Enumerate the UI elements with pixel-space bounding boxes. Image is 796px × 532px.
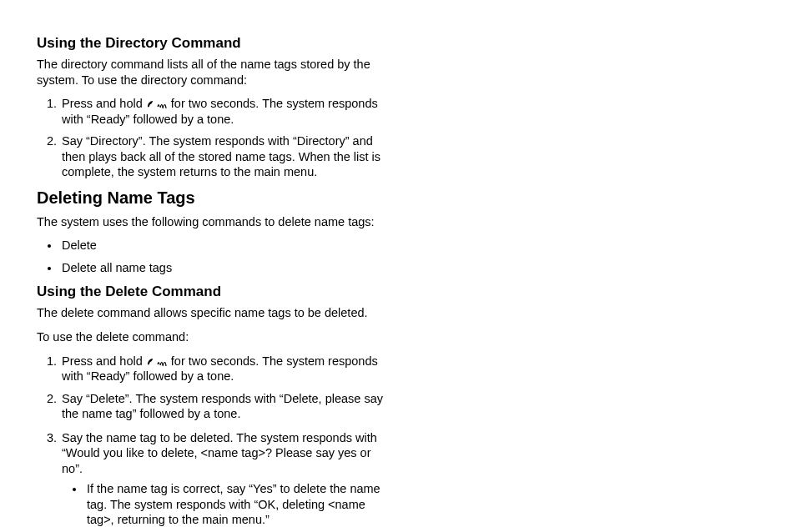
step-text-pre: Press and hold bbox=[62, 354, 146, 368]
step-text-pre: Press and hold bbox=[62, 97, 146, 110]
phone-voice-icon bbox=[146, 98, 168, 109]
list-item: Delete bbox=[60, 238, 384, 253]
sub-list: If the name tag is correct, say “Yes” to… bbox=[62, 481, 384, 532]
steps-directory: Press and hold for two seconds. The syst… bbox=[37, 96, 384, 180]
step-text: Say the name tag to be deleted. The syst… bbox=[62, 431, 377, 475]
steps-delete: Press and hold for two seconds. The syst… bbox=[37, 354, 384, 422]
step: Say “Directory”. The system responds wit… bbox=[60, 133, 384, 180]
para-delete-intro1: The delete command allows specific name … bbox=[37, 305, 384, 321]
para-directory-intro: The directory command lists all of the n… bbox=[37, 57, 384, 88]
para-delete-intro2: To use the delete command: bbox=[37, 329, 384, 345]
step: Say “Delete”. The system responds with “… bbox=[60, 391, 384, 422]
phone-voice-icon bbox=[146, 355, 168, 367]
list-item: If the name tag is correct, say “Yes” to… bbox=[85, 481, 384, 528]
heading-using-directory: Using the Directory Command bbox=[37, 35, 384, 52]
step: Press and hold for two seconds. The syst… bbox=[60, 354, 384, 384]
step: Say the name tag to be deleted. The syst… bbox=[60, 430, 384, 532]
list-delete-commands: Delete Delete all name tags bbox=[37, 238, 384, 275]
heading-using-delete: Using the Delete Command bbox=[37, 284, 384, 300]
list-item: Delete all name tags bbox=[60, 260, 384, 276]
manual-page: Using the Directory Command The director… bbox=[0, 0, 796, 532]
steps-delete-continued: Say the name tag to be deleted. The syst… bbox=[37, 430, 384, 532]
para-deleting-intro: The system uses the following commands t… bbox=[37, 214, 384, 230]
step: Press and hold for two seconds. The syst… bbox=[60, 96, 384, 127]
two-column-body: Using the Directory Command The director… bbox=[37, 30, 759, 532]
heading-deleting-name-tags: Deleting Name Tags bbox=[37, 188, 384, 208]
